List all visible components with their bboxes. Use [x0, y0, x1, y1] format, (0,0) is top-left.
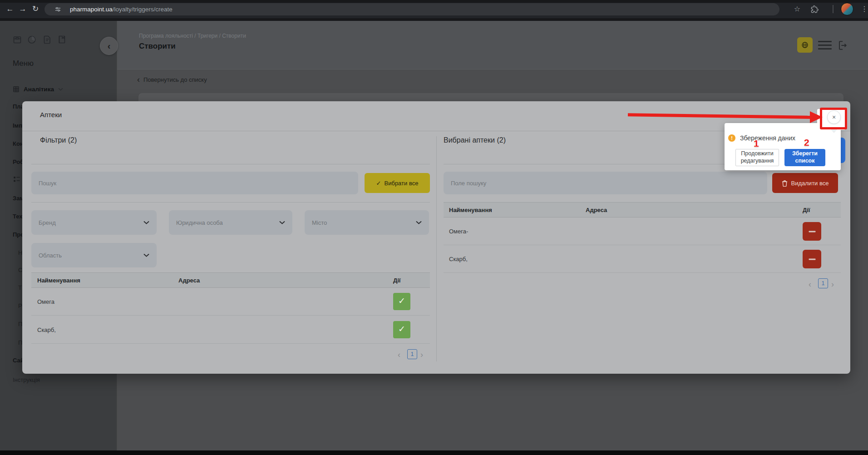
delete-all-button[interactable]: Видалити все — [772, 173, 838, 193]
popover-title: Збереження даних — [740, 134, 795, 142]
url-bar[interactable]: pharmapoint.ua/loyalty/triggers/create — [44, 3, 779, 15]
dropdown-label: Область — [39, 252, 62, 259]
sidebar-subitem[interactable]: П — [18, 339, 22, 346]
pharmacy-name: Омега — [37, 298, 54, 305]
filters-divider — [31, 164, 430, 164]
page-title: Створити — [139, 42, 176, 51]
sidebar-item-instruction[interactable]: Інструкція — [13, 376, 40, 383]
table-row: Скарб, ✓ — [31, 316, 430, 344]
content-card-edge — [138, 93, 843, 101]
legal-entity-dropdown[interactable]: Юридична особа — [169, 210, 292, 235]
column-header-name: Найменування — [37, 277, 80, 284]
selected-search-input[interactable] — [444, 172, 767, 194]
add-pharmacy-button[interactable]: ✓ — [393, 321, 410, 338]
hamburger-menu-icon[interactable] — [818, 41, 832, 50]
region-dropdown[interactable]: Область — [31, 243, 157, 267]
city-dropdown[interactable]: Місто — [305, 210, 429, 235]
language-button[interactable] — [797, 37, 813, 53]
profile-avatar[interactable] — [841, 3, 853, 15]
sidebar-subitem[interactable]: С — [18, 267, 22, 273]
table-row: Скарб, — [444, 245, 841, 273]
sidebar-subitem[interactable]: П — [18, 321, 22, 327]
document-icon[interactable] — [42, 34, 53, 46]
minus-icon — [809, 258, 815, 260]
logout-icon[interactable] — [836, 40, 848, 51]
check-icon: ✓ — [376, 180, 381, 187]
delete-all-label: Видалити все — [791, 180, 829, 187]
remove-pharmacy-button[interactable] — [803, 222, 821, 241]
search-divider — [31, 202, 430, 203]
pagination-page[interactable]: 1 — [407, 349, 417, 359]
list-icon[interactable] — [13, 175, 21, 183]
browser-reload-icon[interactable]: ↻ — [30, 4, 41, 15]
pagination-page[interactable]: 1 — [818, 278, 828, 288]
continue-editing-line1: Продовжити — [741, 150, 773, 158]
book-icon[interactable] — [56, 34, 67, 46]
sidebar-item[interactable]: Тех — [13, 213, 23, 220]
minus-icon — [809, 231, 815, 232]
browser-chrome: ← → ↻ pharmapoint.ua/loyalty/triggers/cr… — [0, 0, 868, 18]
pharmacy-search-input[interactable] — [31, 172, 358, 194]
header-divider — [117, 69, 868, 69]
chevron-down-icon — [416, 221, 422, 224]
annotation-step-2: 2 — [804, 137, 809, 148]
extensions-icon[interactable] — [809, 4, 820, 15]
continue-editing-line2: редагування — [741, 158, 774, 165]
selected-table-header: Найменування Адреса Дії — [444, 202, 841, 218]
browser-back-icon[interactable]: ← — [5, 4, 15, 15]
globe-icon — [801, 41, 809, 49]
chevron-down-icon — [143, 221, 149, 224]
add-pharmacy-button[interactable]: ✓ — [393, 293, 410, 310]
screen-bottom-edge — [0, 450, 868, 455]
sidebar-subitem[interactable]: Н — [18, 249, 22, 256]
dropdown-label: Бренд — [39, 219, 56, 226]
column-header-actions: Дії — [393, 277, 401, 284]
modal-title: Аптеки — [40, 111, 62, 119]
sidebar-subitem[interactable]: Р — [18, 302, 22, 309]
chevron-down-icon — [279, 221, 285, 224]
bookmark-star-icon[interactable]: ☆ — [792, 4, 803, 15]
pharmacy-name: Омега- — [449, 228, 468, 235]
save-list-line2: список — [795, 158, 814, 165]
selected-title: Вибрані аптеки (2) — [444, 136, 506, 144]
continue-editing-button[interactable]: Продовжити редагування — [735, 149, 779, 166]
table-row: Омега- — [444, 218, 841, 245]
brand-dropdown[interactable]: Бренд — [31, 210, 157, 235]
sidebar-subitem[interactable]: Т — [18, 284, 22, 291]
pagination-prev[interactable]: ‹ — [398, 350, 400, 360]
column-header-actions: Дії — [803, 207, 810, 213]
warning-icon: ! — [728, 134, 735, 142]
pagination-next[interactable]: › — [831, 279, 834, 289]
back-to-list-label: Повернутись до списку — [143, 76, 207, 83]
menu-title: Меню — [13, 59, 34, 68]
select-all-button[interactable]: ✓ Вибрати все — [365, 173, 430, 193]
sidebar-item-analytics[interactable]: Аналітика — [13, 86, 63, 93]
table-row: Омега ✓ — [31, 288, 430, 316]
browser-menu-icon[interactable]: ⋮ — [859, 4, 868, 15]
sidebar-item[interactable]: Імп — [13, 122, 22, 129]
site-info-icon[interactable] — [54, 6, 61, 13]
filters-title: Фільтри (2) — [40, 136, 77, 144]
tab-strip — [0, 0, 868, 3]
pagination-prev[interactable]: ‹ — [809, 279, 811, 289]
modal-column-divider — [436, 136, 437, 361]
breadcrumb: Програма лояльності / Тригери / Створити — [139, 33, 246, 39]
back-to-list-link[interactable]: ‹ Повернутись до списку — [137, 76, 207, 83]
popover-tail — [830, 129, 838, 133]
save-list-line1: Зберегти — [792, 150, 818, 158]
column-header-name: Найменування — [449, 207, 492, 213]
url-text: pharmapoint.ua/loyalty/triggers/create — [70, 6, 173, 13]
archive-box-icon[interactable] — [12, 34, 23, 46]
pie-chart-icon[interactable] — [26, 34, 37, 46]
column-header-address: Адреса — [178, 277, 200, 284]
annotation-step-1: 1 — [754, 138, 759, 149]
select-all-label: Вибрати все — [385, 180, 419, 187]
browser-forward-icon[interactable]: → — [17, 4, 28, 15]
url-host: pharmapoint.ua — [70, 6, 113, 13]
column-header-address: Адреса — [586, 207, 607, 213]
save-list-button[interactable]: Зберегти список — [784, 149, 825, 166]
remove-pharmacy-button[interactable] — [803, 250, 821, 268]
chrome-separator — [833, 5, 833, 13]
pagination-next[interactable]: › — [420, 350, 423, 360]
collapse-sidebar-button[interactable]: ‹ — [100, 37, 118, 55]
